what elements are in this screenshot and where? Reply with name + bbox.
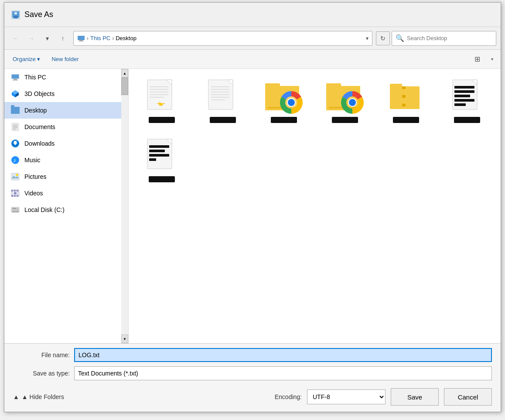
svg-rect-75 xyxy=(402,104,406,106)
list-item[interactable] xyxy=(319,76,371,126)
svg-rect-88 xyxy=(149,158,156,161)
list-item[interactable] xyxy=(136,76,188,126)
pictures-icon xyxy=(10,172,20,181)
svg-rect-80 xyxy=(454,95,470,97)
dropdown-button[interactable]: ▾ xyxy=(40,31,54,45)
scroll-up-button[interactable]: ▲ xyxy=(121,69,128,78)
svg-rect-39 xyxy=(13,208,16,209)
hide-folders-button[interactable]: ▲ ▲ Hide Folders xyxy=(13,393,64,400)
footer-bar: ▲ ▲ Hide Folders Encoding: UTF-8 ANSI UT… xyxy=(13,385,492,407)
svg-rect-8 xyxy=(12,75,19,79)
file-label-5 xyxy=(393,117,419,123)
svg-rect-4 xyxy=(78,36,85,40)
up-button[interactable]: ↑ xyxy=(56,31,70,45)
save-button[interactable]: Save xyxy=(391,388,439,406)
nav-bar: ← → ▾ ↑ › This PC › Desktop ▾ xyxy=(4,27,501,50)
svg-point-63 xyxy=(288,99,295,106)
encoding-select[interactable]: UTF-8 ANSI UTF-16 LE UTF-16 BE xyxy=(307,389,386,404)
svg-rect-5 xyxy=(79,40,83,41)
new-folder-label: New folder xyxy=(51,56,78,62)
breadcrumb-desktop[interactable]: Desktop xyxy=(116,35,136,41)
file-icon-doc xyxy=(205,79,240,114)
save-type-input[interactable] xyxy=(74,366,492,380)
new-folder-button[interactable]: New folder xyxy=(48,54,82,65)
organize-button[interactable]: Organize ▾ xyxy=(9,54,44,65)
title-bar: Save As xyxy=(4,3,501,27)
music-icon: ♪ xyxy=(10,155,20,165)
svg-text:♪: ♪ xyxy=(13,157,16,164)
sidebar-item-desktop[interactable]: Desktop xyxy=(4,102,128,119)
sidebar-label-documents: Documents xyxy=(24,123,55,130)
file-name-input[interactable] xyxy=(74,348,492,362)
file-icon-zip-folder xyxy=(389,79,423,114)
cancel-button[interactable]: Cancel xyxy=(444,388,492,406)
file-name-label: File name: xyxy=(13,352,70,359)
refresh-button[interactable]: ↻ xyxy=(376,31,390,45)
sidebar-item-music[interactable]: ♪ Music xyxy=(4,152,128,168)
file-fields: File name: Save as type: xyxy=(13,348,492,380)
list-item[interactable] xyxy=(380,76,432,126)
forward-icon: → xyxy=(28,35,34,42)
forward-button[interactable]: → xyxy=(24,31,38,45)
encoding-label: Encoding: xyxy=(275,393,302,400)
sidebar-label-pictures: Pictures xyxy=(24,173,47,180)
svg-rect-9 xyxy=(14,79,17,80)
svg-rect-30 xyxy=(14,190,16,191)
list-item[interactable] xyxy=(136,135,188,186)
downloads-icon xyxy=(10,139,20,148)
svg-rect-58 xyxy=(265,83,280,88)
search-input[interactable] xyxy=(407,35,492,41)
documents-icon xyxy=(10,122,20,132)
sidebar-item-videos[interactable]: Videos xyxy=(4,185,128,201)
svg-rect-3 xyxy=(14,12,17,14)
svg-rect-81 xyxy=(454,99,474,102)
svg-rect-10 xyxy=(13,80,18,81)
sidebar-item-3d-objects[interactable]: 3D Objects xyxy=(4,85,128,102)
back-icon: ← xyxy=(13,35,19,42)
svg-rect-87 xyxy=(149,154,169,157)
view-mode-button[interactable]: ⊞ xyxy=(470,53,484,65)
svg-rect-65 xyxy=(326,83,341,88)
svg-rect-72 xyxy=(402,91,406,93)
file-label-1 xyxy=(149,117,175,123)
scroll-down-button[interactable]: ▼ xyxy=(121,335,128,343)
svg-rect-25 xyxy=(11,173,19,180)
file-label-2 xyxy=(210,117,236,123)
3d-objects-icon xyxy=(10,89,20,99)
sidebar-item-documents[interactable]: Documents xyxy=(4,119,128,135)
sidebar-label-videos: Videos xyxy=(24,190,43,197)
main-content: ▲ ▼ This PC xyxy=(4,69,501,343)
file-label-3 xyxy=(271,117,297,123)
svg-rect-38 xyxy=(12,211,18,212)
sidebar-item-downloads[interactable]: Downloads xyxy=(4,135,128,152)
local-disk-icon xyxy=(10,205,20,215)
sidebar-label-desktop: Desktop xyxy=(24,107,47,114)
view-dropdown-button[interactable]: ▾ xyxy=(488,53,496,65)
breadcrumb-sep1: › xyxy=(87,35,89,41)
file-label-4 xyxy=(332,117,358,123)
svg-rect-79 xyxy=(454,90,474,93)
list-item[interactable] xyxy=(197,76,249,126)
file-icon-redacted-2 xyxy=(144,139,179,174)
breadcrumb-this-pc[interactable]: This PC xyxy=(90,35,110,41)
sidebar-item-local-disk[interactable]: Local Disk (C:) xyxy=(4,201,128,218)
sidebar-item-pictures[interactable]: Pictures xyxy=(4,168,128,185)
organize-label: Organize ▾ xyxy=(13,56,40,62)
bottom-area: File name: Save as type: ▲ ▲ Hide Folder… xyxy=(4,343,501,412)
up-icon: ↑ xyxy=(61,35,65,42)
back-button[interactable]: ← xyxy=(9,31,23,45)
sidebar-item-this-pc[interactable]: This PC xyxy=(4,69,128,85)
view-dropdown-icon: ▾ xyxy=(491,57,493,61)
breadcrumb-dropdown-button[interactable]: ▾ xyxy=(366,35,369,41)
file-icon-chrome-folder-2 xyxy=(325,79,365,114)
view-mode-icon: ⊞ xyxy=(474,55,480,63)
list-item[interactable] xyxy=(258,76,310,126)
this-pc-icon xyxy=(10,72,20,82)
file-label-7 xyxy=(149,176,175,182)
svg-rect-2 xyxy=(14,16,18,18)
desktop-icon xyxy=(10,106,20,115)
list-item[interactable] xyxy=(441,76,493,126)
svg-rect-82 xyxy=(454,103,466,106)
scroll-thumb[interactable] xyxy=(121,78,128,95)
breadcrumb-this-pc-icon xyxy=(77,35,85,41)
